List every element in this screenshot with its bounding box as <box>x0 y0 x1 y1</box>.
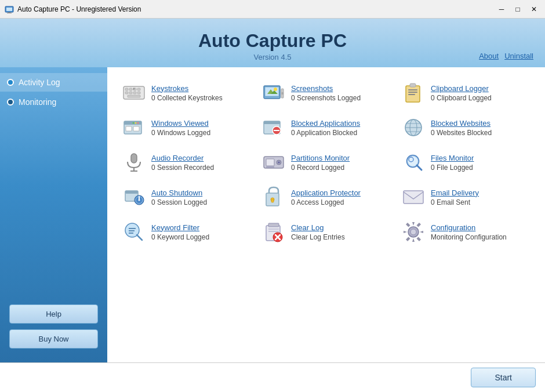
harddisk-icon <box>262 151 285 174</box>
blocked-apps-text: Blocked Applications 0 Application Block… <box>291 119 360 137</box>
clipboard-icon <box>402 81 425 104</box>
svg-rect-35 <box>133 126 139 131</box>
configuration-name: Configuration <box>431 223 507 232</box>
partitions-monitor-item[interactable]: Partitions Monitor 0 Record Logged <box>259 146 394 179</box>
monitoring-indicator <box>7 99 14 106</box>
svg-rect-6 <box>129 88 132 90</box>
svg-point-52 <box>278 162 280 164</box>
keyword-filter-text: Keyword Filter 0 Keyword Logged <box>151 223 209 241</box>
clear-log-item[interactable]: Clear Log Clear Log Entries <box>259 216 394 248</box>
screenshots-name: Screenshots <box>291 84 361 93</box>
keyword-icon <box>122 220 146 244</box>
keyword-filter-item[interactable]: Keyword Filter 0 Keyword Logged <box>119 216 254 248</box>
keystrokes-text: Keystrokes 0 Collected Keystrokes <box>151 84 223 102</box>
sidebar-item-activity-log[interactable]: Activity Log <box>0 73 107 92</box>
blocked-websites-count: 0 Websites Blocked <box>431 129 492 137</box>
svg-rect-2 <box>8 12 10 13</box>
minimize-button[interactable]: ─ <box>495 3 508 16</box>
activity-log-indicator <box>7 79 14 86</box>
sidebar-item-monitoring[interactable]: Monitoring <box>0 93 107 111</box>
sidebar: Activity Log Monitoring Help Buy Now <box>0 67 107 362</box>
partitions-monitor-name: Partitions Monitor <box>291 154 350 162</box>
clipboard-count: 0 Clipboard Logged <box>431 94 492 102</box>
screenshots-item[interactable]: Screenshots 0 Screenshots Logged <box>259 77 394 109</box>
blocked-websites-item[interactable]: Blocked Websites 0 Websites Blocked <box>398 111 533 144</box>
start-button[interactable]: Start <box>471 368 536 387</box>
files-monitor-item[interactable]: Files Monitor 0 File Logged <box>398 146 533 179</box>
app-protector-text: Application Protector 0 Access Logged <box>291 188 361 206</box>
clear-log-count: Clear Log Entries <box>291 233 345 241</box>
svg-point-63 <box>139 199 140 201</box>
windows-viewed-item[interactable]: Windows Viewed 0 Windows Logged <box>119 111 254 144</box>
audio-recorder-count: 0 Session Recorded <box>151 164 214 172</box>
app-protector-count: 0 Access Logged <box>291 198 361 206</box>
windows-viewed-count: 0 Windows Logged <box>151 129 210 137</box>
keystrokes-name: Keystrokes <box>151 84 223 93</box>
help-button[interactable]: Help <box>9 304 98 324</box>
clipboard-name: Clipboard Logger <box>431 84 492 93</box>
keyword-filter-name: Keyword Filter <box>151 223 209 232</box>
configuration-item[interactable]: Configuration Monitoring Configuration <box>398 216 533 248</box>
keystrokes-count: 0 Collected Keystrokes <box>151 94 223 102</box>
lock-icon <box>262 186 285 209</box>
app-protector-item[interactable]: Application Protector 0 Access Logged <box>259 181 394 213</box>
svg-rect-5 <box>125 88 128 90</box>
bottom-bar: Start <box>0 362 545 392</box>
uninstall-link[interactable]: Uninstall <box>504 52 533 60</box>
svg-line-70 <box>137 235 142 240</box>
clipboard-item[interactable]: Clipboard Logger 0 Clipboard Logged <box>398 77 533 109</box>
blocked-app-icon <box>262 116 285 139</box>
svg-point-32 <box>135 122 137 124</box>
about-link[interactable]: About <box>479 52 499 60</box>
svg-rect-3 <box>7 13 12 13</box>
svg-rect-30 <box>124 124 141 125</box>
partitions-monitor-count: 0 Record Logged <box>291 164 350 172</box>
blocked-apps-count: 0 Application Blocked <box>291 129 360 137</box>
gear-icon <box>402 220 425 244</box>
svg-rect-24 <box>410 84 416 87</box>
svg-rect-13 <box>128 95 140 97</box>
partitions-monitor-text: Partitions Monitor 0 Record Logged <box>291 154 350 172</box>
windows-viewed-name: Windows Viewed <box>151 119 210 128</box>
screenshot-icon <box>262 81 285 104</box>
svg-rect-26 <box>408 92 417 93</box>
items-grid: # Keystrokes 0 Collected Keystrokes <box>119 77 533 248</box>
shutdown-icon <box>122 186 146 209</box>
auto-shutdown-item[interactable]: Auto Shutdown 0 Session Logged <box>119 181 254 213</box>
svg-rect-67 <box>271 199 274 202</box>
svg-rect-34 <box>126 126 132 131</box>
svg-point-82 <box>410 229 416 235</box>
svg-rect-11 <box>133 92 136 94</box>
auto-shutdown-count: 0 Session Logged <box>151 198 207 206</box>
screenshots-text: Screenshots 0 Screenshots Logged <box>291 84 361 102</box>
app-protector-name: Application Protector <box>291 188 361 197</box>
email-delivery-name: Email Delivery <box>431 188 479 197</box>
header-links: About Uninstall <box>479 52 533 60</box>
buy-now-button[interactable]: Buy Now <box>9 329 98 349</box>
audio-recorder-item[interactable]: Audio Recorder 0 Session Recorded <box>119 146 254 179</box>
keystrokes-item[interactable]: # Keystrokes 0 Collected Keystrokes <box>119 77 254 109</box>
blocked-apps-item[interactable]: Blocked Applications 0 Application Block… <box>259 111 394 144</box>
svg-rect-22 <box>281 92 284 95</box>
svg-rect-27 <box>408 94 415 95</box>
email-delivery-count: 0 Email Sent <box>431 198 479 206</box>
svg-rect-1 <box>6 8 12 11</box>
maximize-button[interactable]: □ <box>511 3 524 16</box>
svg-point-33 <box>133 122 135 124</box>
email-delivery-item[interactable]: Email Delivery 0 Email Sent <box>398 181 533 213</box>
configuration-count: Monitoring Configuration <box>431 233 507 241</box>
svg-rect-9 <box>125 92 128 94</box>
files-monitor-text: Files Monitor 0 File Logged <box>431 154 474 172</box>
auto-shutdown-text: Auto Shutdown 0 Session Logged <box>151 188 207 206</box>
keyword-filter-count: 0 Keyword Logged <box>151 233 209 241</box>
app-version: Version 4.5 <box>12 53 533 61</box>
windows-viewed-text: Windows Viewed 0 Windows Logged <box>151 119 210 137</box>
svg-rect-10 <box>129 92 132 94</box>
files-monitor-name: Files Monitor <box>431 154 474 162</box>
blocked-websites-name: Blocked Websites <box>431 119 492 128</box>
close-button[interactable]: ✕ <box>528 3 540 16</box>
titlebar-title: Auto Capture PC - Unregistered Version <box>17 5 492 13</box>
screenshots-count: 0 Screenshots Logged <box>291 94 361 102</box>
clear-log-name: Clear Log <box>291 223 345 232</box>
svg-rect-25 <box>408 89 417 90</box>
